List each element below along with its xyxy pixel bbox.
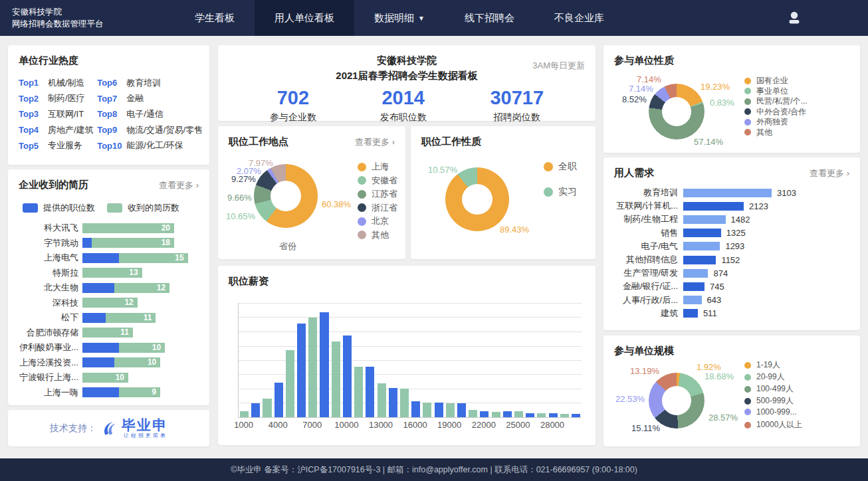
demand-value: 1152: [721, 255, 740, 265]
tab-employer-dashboard[interactable]: 用人单位看板: [255, 0, 354, 36]
legend-item[interactable]: 事业单位: [744, 86, 788, 97]
histogram-slot: [250, 303, 261, 417]
resumes-legend: 提供的职位数收到的简历数: [8, 191, 209, 214]
demand-more-link[interactable]: 查看更多 ›: [810, 167, 849, 179]
legend-item[interactable]: 提供的职位数: [23, 202, 95, 214]
x-tick-label: 1000: [234, 420, 253, 430]
histogram-bar: [297, 324, 306, 417]
legend-item[interactable]: 500-999人: [744, 395, 794, 407]
resume-bar: 10: [82, 343, 165, 353]
industry-rank: Top1: [19, 78, 48, 88]
legend-label: 浙江省: [372, 202, 397, 214]
legend-item[interactable]: 其他: [358, 229, 389, 241]
donut-hole: [462, 184, 492, 215]
legend-item[interactable]: 民营/私营/个...: [744, 96, 808, 107]
resumes-bar-segment: 18: [92, 238, 174, 248]
histogram-bar: [514, 411, 523, 417]
tab-data-detail[interactable]: 数据明细▼: [354, 0, 445, 36]
legend-item[interactable]: 安徽省: [358, 175, 397, 187]
demand-row: 制药/生物工程1482: [603, 213, 860, 226]
legend-dot: [358, 176, 366, 185]
company-name: 上海电气: [12, 252, 82, 264]
demand-value: 1325: [726, 228, 746, 238]
demand-category: 建筑: [603, 308, 683, 320]
legend-item[interactable]: 中外合资/合作: [744, 106, 806, 118]
legend-item[interactable]: 浙江省: [358, 202, 397, 214]
resumes-bar-segment: 12: [114, 283, 169, 293]
legend-item[interactable]: 国有企业: [744, 75, 788, 86]
donut-hole: [271, 181, 301, 211]
industry-rank: Top3: [19, 109, 48, 119]
demand-bar: [683, 269, 708, 278]
legend-item[interactable]: 上海: [358, 161, 389, 173]
legend-item[interactable]: 10000人以上: [744, 419, 802, 431]
legend-dot: [358, 231, 366, 239]
x-tick-label: 16000: [403, 420, 427, 430]
legend-item[interactable]: 1000-999...: [744, 407, 797, 417]
resumes-bar-segment: 11: [82, 328, 133, 337]
demand-value: 511: [703, 308, 717, 318]
chevron-down-icon: ▼: [418, 15, 425, 22]
legend-label: 事业单位: [756, 86, 788, 97]
industry-heat-item: Top9物流/交通/贸易/零售: [97, 122, 203, 138]
legend-item[interactable]: 北京: [358, 215, 389, 227]
demand-category: 销售: [603, 227, 683, 239]
x-tick-label: 4000: [269, 420, 288, 430]
legend-dot: [744, 386, 751, 393]
legend-label: 500-999人: [756, 395, 794, 407]
industry-heat-item: Top3互联网/IT: [19, 106, 97, 122]
biyeshen-logo[interactable]: 毕业申 让校招更简单: [122, 418, 167, 438]
resume-bar: 10: [82, 373, 128, 383]
tab-student-dashboard[interactable]: 学生看板: [175, 0, 255, 36]
histogram-bar: [572, 414, 580, 417]
industry-heat-item: Top5专业服务: [19, 138, 97, 153]
legend-dot: [544, 162, 553, 171]
histogram-bar: [560, 414, 569, 417]
donut-percent-label: 19.23%: [701, 82, 730, 92]
resumes-more-link[interactable]: 查看更多 ›: [159, 179, 199, 191]
top-navbar: 安徽科技学院 网络招聘会数据管理平台 学生看板用人单位看板数据明细▼线下招聘会不…: [0, 0, 868, 36]
legend-label: 1000-999...: [756, 407, 797, 417]
legend-dot: [744, 362, 751, 369]
histogram-bar: [389, 388, 397, 417]
positions-bar-segment: [82, 238, 92, 248]
legend-item[interactable]: 1-19人: [744, 359, 780, 371]
resume-row: 上海泾溪投资...10: [12, 355, 209, 371]
user-account-icon[interactable]: [786, 9, 803, 27]
legend-item[interactable]: 其他: [744, 127, 772, 138]
resumes-bar-segment: 10: [114, 357, 160, 367]
stat-value: 702: [270, 87, 316, 109]
legend-label: 实习: [558, 186, 577, 198]
resume-row: 上海电气15: [12, 250, 209, 266]
legend-item[interactable]: 全职: [544, 161, 577, 173]
legend-label: 1-19人: [756, 359, 780, 371]
content-area: 单位行业热度 Top1机械/制造Top2制药/医疗Top3互联网/ITTop4房…: [0, 36, 868, 458]
industry-heat-item: Top2制药/医疗: [19, 91, 97, 107]
resume-row: 上海一嗨9: [12, 385, 209, 401]
demand-bar: [683, 296, 702, 304]
legend-item[interactable]: 江苏省: [358, 188, 397, 200]
positions-bar-segment: [82, 253, 119, 263]
demand-bar: [683, 242, 720, 250]
legend-item[interactable]: 20-99人: [744, 371, 785, 383]
demand-row: 教育培训3103: [603, 186, 860, 199]
histogram-slot: [467, 303, 479, 417]
legend-item[interactable]: 收到的简历数: [107, 202, 179, 214]
legend-item[interactable]: 实习: [544, 186, 577, 198]
resume-bar: 12: [82, 298, 138, 308]
resume-bar: 11: [82, 328, 133, 337]
tab-offline-job-fair[interactable]: 线下招聘会: [445, 0, 534, 36]
stat-label: 招聘岗位数: [490, 112, 544, 124]
legend-dot: [744, 88, 751, 94]
legend-item[interactable]: 100-499人: [744, 383, 794, 395]
legend-label: 100-499人: [756, 383, 794, 395]
job-type-card: 职位工作性质 89.43%10.57%全职实习: [411, 126, 596, 259]
x-tick-label: 25000: [506, 420, 530, 430]
resumes-bar-segment: 10: [119, 343, 165, 353]
demand-category: 金融/银行/证...: [603, 280, 683, 292]
tab-bad-company-db[interactable]: 不良企业库: [534, 0, 624, 36]
industry-label: 金融: [126, 92, 144, 104]
legend-item[interactable]: 外商独资: [744, 116, 788, 128]
resume-bar: 15: [82, 253, 188, 263]
donut-percent-label: 13.19%: [630, 366, 659, 376]
